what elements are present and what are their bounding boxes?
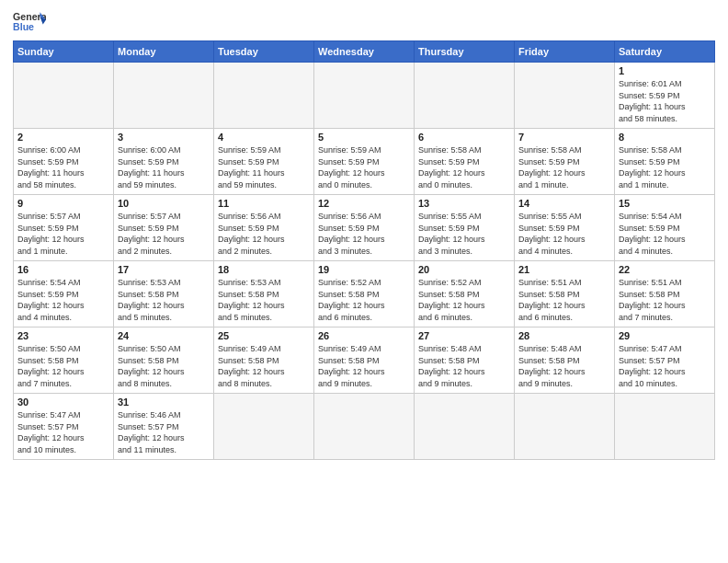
day-number: 17 [118,264,210,275]
day-number: 9 [17,198,109,209]
weekday-header-sunday: Sunday [14,41,114,63]
day-cell: 1Sunrise: 6:01 AM Sunset: 5:59 PM Daylig… [615,63,715,129]
day-number: 12 [318,198,410,209]
day-info: Sunrise: 5:49 AM Sunset: 5:58 PM Dayligh… [218,343,310,389]
calendar-body: 1Sunrise: 6:01 AM Sunset: 5:59 PM Daylig… [14,63,715,460]
weekday-header-friday: Friday [515,41,615,63]
svg-text:Blue: Blue [13,21,34,32]
day-cell: 23Sunrise: 5:50 AM Sunset: 5:58 PM Dayli… [14,327,114,394]
day-info: Sunrise: 5:59 AM Sunset: 5:59 PM Dayligh… [218,144,310,190]
day-cell: 26Sunrise: 5:49 AM Sunset: 5:58 PM Dayli… [314,327,415,394]
day-cell: 29Sunrise: 5:47 AM Sunset: 5:57 PM Dayli… [615,327,715,394]
day-number: 8 [619,132,711,143]
day-cell [415,63,515,129]
day-cell: 11Sunrise: 5:56 AM Sunset: 5:59 PM Dayli… [214,195,314,261]
day-cell [114,63,214,129]
day-cell [14,63,114,129]
day-cell: 9Sunrise: 5:57 AM Sunset: 5:59 PM Daylig… [14,195,114,261]
day-number: 14 [518,198,610,209]
weekday-header-wednesday: Wednesday [314,41,415,63]
day-number: 11 [218,198,310,209]
day-cell: 8Sunrise: 5:58 AM Sunset: 5:59 PM Daylig… [615,129,715,195]
day-cell: 28Sunrise: 5:48 AM Sunset: 5:58 PM Dayli… [515,327,615,394]
day-cell: 10Sunrise: 5:57 AM Sunset: 5:59 PM Dayli… [114,195,214,261]
day-cell [615,394,715,460]
day-info: Sunrise: 5:50 AM Sunset: 5:58 PM Dayligh… [118,343,210,389]
day-number: 5 [318,132,410,143]
day-info: Sunrise: 5:54 AM Sunset: 5:59 PM Dayligh… [619,211,711,257]
day-number: 15 [619,198,711,209]
day-cell [214,394,314,460]
day-info: Sunrise: 5:47 AM Sunset: 5:57 PM Dayligh… [17,409,109,455]
day-info: Sunrise: 5:57 AM Sunset: 5:59 PM Dayligh… [17,211,109,257]
day-info: Sunrise: 5:51 AM Sunset: 5:58 PM Dayligh… [518,277,610,323]
day-info: Sunrise: 5:55 AM Sunset: 5:59 PM Dayligh… [418,211,510,257]
day-number: 1 [619,65,711,76]
day-info: Sunrise: 5:47 AM Sunset: 5:57 PM Dayligh… [619,343,711,389]
week-row-3: 16Sunrise: 5:54 AM Sunset: 5:59 PM Dayli… [14,261,715,327]
day-number: 6 [418,132,510,143]
day-cell: 24Sunrise: 5:50 AM Sunset: 5:58 PM Dayli… [114,327,214,394]
day-number: 4 [218,132,310,143]
day-cell [314,394,415,460]
day-info: Sunrise: 5:49 AM Sunset: 5:58 PM Dayligh… [318,343,410,389]
day-info: Sunrise: 5:56 AM Sunset: 5:59 PM Dayligh… [218,211,310,257]
week-row-0: 1Sunrise: 6:01 AM Sunset: 5:59 PM Daylig… [14,63,715,129]
day-cell: 14Sunrise: 5:55 AM Sunset: 5:59 PM Dayli… [515,195,615,261]
day-info: Sunrise: 5:58 AM Sunset: 5:59 PM Dayligh… [518,144,610,190]
logo: General Blue [13,9,46,35]
week-row-5: 30Sunrise: 5:47 AM Sunset: 5:57 PM Dayli… [14,394,715,460]
day-number: 7 [518,132,610,143]
day-number: 21 [518,264,610,275]
day-info: Sunrise: 5:56 AM Sunset: 5:59 PM Dayligh… [318,211,410,257]
day-number: 10 [118,198,210,209]
week-row-4: 23Sunrise: 5:50 AM Sunset: 5:58 PM Dayli… [14,327,715,394]
day-cell: 17Sunrise: 5:53 AM Sunset: 5:58 PM Dayli… [114,261,214,327]
day-number: 31 [118,396,210,408]
day-info: Sunrise: 5:50 AM Sunset: 5:58 PM Dayligh… [17,343,109,389]
day-number: 13 [418,198,510,209]
day-cell [214,63,314,129]
day-number: 16 [17,264,109,275]
calendar-header: SundayMondayTuesdayWednesdayThursdayFrid… [14,41,715,63]
day-info: Sunrise: 5:51 AM Sunset: 5:58 PM Dayligh… [619,277,711,323]
day-info: Sunrise: 5:52 AM Sunset: 5:58 PM Dayligh… [318,277,410,323]
day-cell: 31Sunrise: 5:46 AM Sunset: 5:57 PM Dayli… [114,394,214,460]
day-info: Sunrise: 5:53 AM Sunset: 5:58 PM Dayligh… [118,277,210,323]
day-cell: 21Sunrise: 5:51 AM Sunset: 5:58 PM Dayli… [515,261,615,327]
weekday-header-row: SundayMondayTuesdayWednesdayThursdayFrid… [14,41,715,63]
header: General Blue [13,9,715,35]
weekday-header-saturday: Saturday [615,41,715,63]
day-info: Sunrise: 6:01 AM Sunset: 5:59 PM Dayligh… [619,78,711,124]
day-cell: 19Sunrise: 5:52 AM Sunset: 5:58 PM Dayli… [314,261,415,327]
day-info: Sunrise: 6:00 AM Sunset: 5:59 PM Dayligh… [118,144,210,190]
day-number: 25 [218,330,310,341]
day-cell: 15Sunrise: 5:54 AM Sunset: 5:59 PM Dayli… [615,195,715,261]
weekday-header-tuesday: Tuesday [214,41,314,63]
day-info: Sunrise: 5:52 AM Sunset: 5:58 PM Dayligh… [418,277,510,323]
day-info: Sunrise: 5:58 AM Sunset: 5:59 PM Dayligh… [418,144,510,190]
generalblue-logo-icon: General Blue [13,9,46,35]
day-cell: 6Sunrise: 5:58 AM Sunset: 5:59 PM Daylig… [415,129,515,195]
day-number: 2 [17,132,109,143]
day-number: 26 [318,330,410,341]
weekday-header-thursday: Thursday [415,41,515,63]
day-cell: 20Sunrise: 5:52 AM Sunset: 5:58 PM Dayli… [415,261,515,327]
day-number: 22 [619,264,711,275]
day-info: Sunrise: 5:53 AM Sunset: 5:58 PM Dayligh… [218,277,310,323]
day-cell: 22Sunrise: 5:51 AM Sunset: 5:58 PM Dayli… [615,261,715,327]
day-info: Sunrise: 5:57 AM Sunset: 5:59 PM Dayligh… [118,211,210,257]
day-number: 28 [518,330,610,341]
day-number: 23 [17,330,109,341]
day-number: 27 [418,330,510,341]
day-cell: 27Sunrise: 5:48 AM Sunset: 5:58 PM Dayli… [415,327,515,394]
day-cell: 25Sunrise: 5:49 AM Sunset: 5:58 PM Dayli… [214,327,314,394]
day-number: 3 [118,132,210,143]
day-cell: 16Sunrise: 5:54 AM Sunset: 5:59 PM Dayli… [14,261,114,327]
day-info: Sunrise: 5:59 AM Sunset: 5:59 PM Dayligh… [318,144,410,190]
day-cell: 30Sunrise: 5:47 AM Sunset: 5:57 PM Dayli… [14,394,114,460]
day-cell: 5Sunrise: 5:59 AM Sunset: 5:59 PM Daylig… [314,129,415,195]
day-number: 30 [17,396,109,408]
day-cell [515,63,615,129]
day-cell: 3Sunrise: 6:00 AM Sunset: 5:59 PM Daylig… [114,129,214,195]
